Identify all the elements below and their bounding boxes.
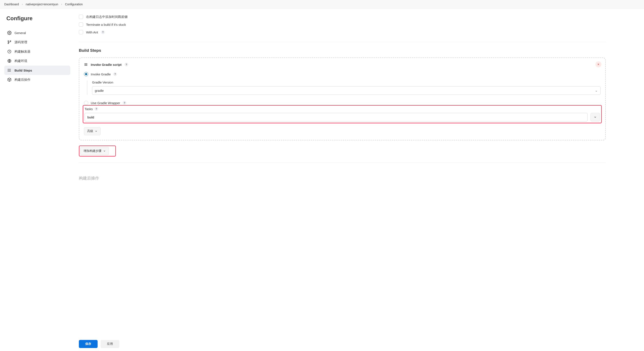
svg-point-1 <box>8 41 9 41</box>
breadcrumb: Dashboard › nativeproject-tencentyun › C… <box>0 0 644 9</box>
help-icon[interactable]: ? <box>101 30 105 34</box>
add-build-step-button[interactable]: 增加构建步骤 <box>80 147 109 155</box>
help-icon[interactable]: ? <box>94 107 98 111</box>
sidebar-item-label: Build Steps <box>14 69 32 72</box>
tasks-label: Tasks ? <box>84 107 600 111</box>
gradle-version-label: Gradle Version <box>92 80 600 84</box>
svg-point-9 <box>8 69 8 69</box>
step-title: Invoke Gradle script <box>91 63 122 66</box>
build-steps-heading: Build Steps <box>79 48 606 53</box>
remove-step-button[interactable] <box>596 61 602 67</box>
help-icon[interactable]: ? <box>124 63 128 66</box>
breadcrumb-item[interactable]: Dashboard <box>4 2 19 6</box>
svg-point-3 <box>8 43 9 44</box>
chevron-right-icon: › <box>61 3 62 6</box>
svg-point-10 <box>8 70 8 70</box>
env-option-with-ant[interactable]: With Ant ? <box>79 28 606 36</box>
radio-label: Invoke Gradle <box>91 72 110 76</box>
breadcrumb-item[interactable]: nativeproject-tencentyun <box>26 2 58 6</box>
chevron-down-icon: ⌄ <box>595 89 598 92</box>
help-icon[interactable]: ? <box>113 72 117 76</box>
sidebar: Configure General 源码管理 构建触发器 构建环境 <box>0 9 74 207</box>
list-icon <box>7 68 12 72</box>
gradle-version-select[interactable]: gradle ⌄ <box>92 86 600 95</box>
checkbox[interactable] <box>79 22 83 27</box>
branch-icon <box>7 40 12 44</box>
tasks-expand-button[interactable] <box>590 113 600 121</box>
svg-point-2 <box>10 41 11 41</box>
advanced-button[interactable]: 高级 <box>84 127 100 135</box>
sidebar-item-triggers[interactable]: 构建触发器 <box>4 47 70 56</box>
env-option-terminate[interactable]: Terminate a build if it's stuck <box>79 21 606 28</box>
tasks-highlight: Tasks ? <box>83 105 602 123</box>
sidebar-item-build-steps[interactable]: Build Steps <box>4 66 70 75</box>
help-icon[interactable]: ? <box>122 101 126 105</box>
checkbox[interactable] <box>79 30 83 34</box>
divider <box>79 162 606 163</box>
sidebar-item-label: 构建触发器 <box>14 50 30 54</box>
select-value: gradle <box>95 89 104 92</box>
post-build-heading: 构建后操作 <box>79 175 606 181</box>
sidebar-item-label: 构建后操作 <box>14 78 30 82</box>
gear-icon <box>7 31 12 35</box>
sidebar-item-label: 源码管理 <box>14 40 27 44</box>
build-step-card: Invoke Gradle script ? Invoke Gradle ? G… <box>79 57 606 140</box>
radio[interactable] <box>84 101 88 105</box>
clock-icon <box>7 49 12 54</box>
tasks-input[interactable] <box>84 113 588 121</box>
breadcrumb-item[interactable]: Configuration <box>65 2 83 6</box>
cube-icon <box>7 77 12 82</box>
page-title: Configure <box>4 15 70 22</box>
sidebar-item-label: General <box>14 31 26 35</box>
drag-handle-icon[interactable] <box>84 63 88 66</box>
globe-icon <box>7 59 12 63</box>
env-option-timestamp[interactable]: 在构建日志中添加时间戳前缀 <box>79 13 606 21</box>
chevron-right-icon: › <box>22 3 23 6</box>
checkbox-label: Terminate a build if it's stuck <box>86 23 126 26</box>
add-step-highlight: 增加构建步骤 <box>79 145 116 157</box>
main-content: 在构建日志中添加时间戳前缀 Terminate a build if it's … <box>74 9 644 207</box>
sidebar-item-general[interactable]: General <box>4 28 70 37</box>
svg-point-0 <box>9 32 10 33</box>
checkbox-label: With Ant <box>86 30 98 34</box>
checkbox[interactable] <box>79 15 83 19</box>
checkbox-label: 在构建日志中添加时间戳前缀 <box>86 15 128 19</box>
divider <box>79 42 606 42</box>
sidebar-item-environment[interactable]: 构建环境 <box>4 56 70 66</box>
chevron-down-icon <box>103 150 106 152</box>
sidebar-item-scm[interactable]: 源码管理 <box>4 37 70 47</box>
sidebar-item-post-build[interactable]: 构建后操作 <box>4 75 70 84</box>
sidebar-item-label: 构建环境 <box>14 59 27 63</box>
radio-invoke-gradle[interactable]: Invoke Gradle ? <box>84 71 600 77</box>
svg-point-11 <box>8 71 8 71</box>
radio-label: Use Gradle Wrapper <box>91 101 120 105</box>
chevron-down-icon <box>95 130 98 132</box>
radio[interactable] <box>84 72 88 76</box>
